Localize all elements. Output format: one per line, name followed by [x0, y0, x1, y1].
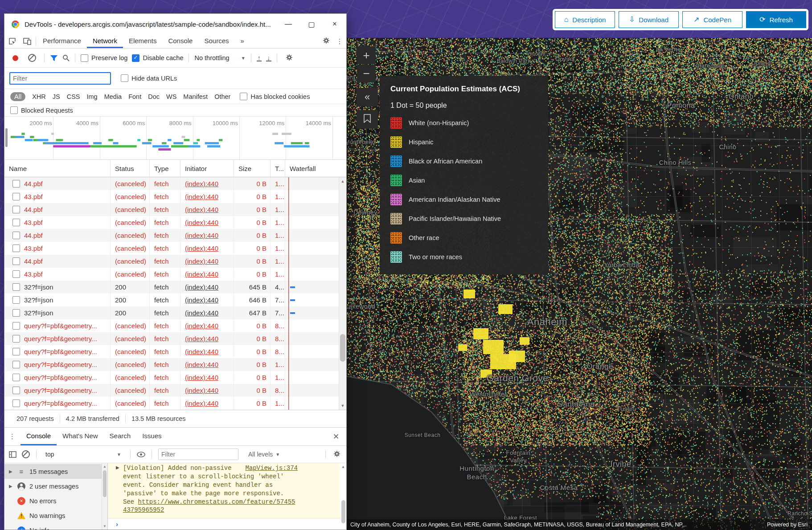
console-sidebar-scrollbar[interactable]: ▲ ▼ [102, 463, 107, 530]
request-checkbox[interactable] [12, 257, 20, 265]
request-initiator-link[interactable]: (index):440 [180, 268, 234, 281]
expander-triangle-icon[interactable]: ▶ [116, 465, 119, 470]
request-initiator-link[interactable]: (index):440 [180, 229, 234, 242]
requests-column-header[interactable]: Waterfall [285, 160, 339, 177]
drawer-close-icon[interactable]: ✕ [329, 428, 343, 445]
request-checkbox[interactable] [12, 387, 20, 394]
throttling-dropdown[interactable]: No throttling ▼ [194, 54, 245, 61]
live-expression-eye-icon[interactable] [137, 452, 145, 457]
scrollbar-up-icon[interactable]: ▲ [339, 179, 346, 183]
drawer-kebab-icon[interactable]: ⋮ [4, 428, 21, 445]
request-checkbox[interactable] [12, 270, 20, 278]
requests-column-header[interactable]: Size [234, 160, 271, 177]
zoom-in-button[interactable]: + [357, 46, 376, 64]
expander-triangle-icon[interactable]: ▶ [9, 469, 13, 474]
devtools-tab[interactable]: Performance [37, 34, 87, 48]
request-checkbox[interactable] [12, 374, 20, 381]
request-checkbox[interactable] [12, 348, 20, 355]
request-checkbox[interactable] [12, 296, 20, 304]
type-filter-pill[interactable]: Img [87, 93, 98, 100]
requests-column-header[interactable]: Type [150, 160, 180, 177]
blocked-requests-checkbox[interactable]: Blocked Requests [10, 106, 73, 114]
kebab-menu-icon[interactable]: ⋮ [333, 37, 346, 45]
devtools-tab[interactable]: Console [162, 34, 198, 48]
request-checkbox[interactable] [12, 206, 20, 213]
drawer-tab[interactable]: What's New [57, 428, 104, 445]
type-filter-pill[interactable]: WS [166, 93, 176, 100]
request-initiator-link[interactable]: (index):440 [180, 216, 234, 229]
type-filter-pill[interactable]: XHR [32, 93, 46, 100]
maximize-button[interactable]: ▢ [300, 20, 323, 29]
search-icon[interactable] [62, 54, 70, 61]
console-sidebar-item[interactable]: ▶ 2 user messages [4, 479, 107, 493]
console-prompt-caret[interactable]: › [108, 518, 346, 529]
export-har-icon[interactable]: ↓ [266, 55, 271, 61]
expander-triangle-icon[interactable]: ▶ [9, 484, 13, 489]
scrollbar-down-icon[interactable]: ▼ [339, 404, 346, 408]
network-settings-gear-icon[interactable] [283, 54, 296, 62]
request-initiator-link[interactable]: (index):440 [180, 358, 234, 371]
minimize-button[interactable]: — [277, 20, 300, 28]
filter-funnel-icon[interactable] [50, 55, 58, 61]
scrollbar-thumb[interactable] [103, 470, 107, 497]
map-view[interactable]: Alhambra Rosemead Vincent Baldwin Park C… [347, 38, 812, 530]
type-filter-pill[interactable]: Doc [148, 93, 160, 100]
import-har-icon[interactable]: ↑ [257, 55, 262, 61]
requests-column-header[interactable]: Status [111, 160, 150, 177]
request-checkbox[interactable] [12, 283, 20, 291]
hide-data-urls-checkbox[interactable]: Hide data URLs [121, 74, 177, 82]
request-checkbox[interactable] [12, 232, 20, 239]
request-initiator-link[interactable]: (index):440 [180, 177, 234, 190]
request-checkbox[interactable] [12, 180, 20, 188]
request-checkbox[interactable] [12, 309, 20, 317]
type-filter-pill[interactable]: Manifest [183, 93, 208, 100]
request-checkbox[interactable] [12, 335, 20, 342]
requests-column-header[interactable]: Name [4, 160, 111, 177]
devtools-tab[interactable]: Network [87, 34, 123, 48]
record-network-log-icon[interactable] [12, 55, 18, 61]
console-violation-message[interactable]: ▶ MapView.js:374[Violation] Added non-pa… [108, 463, 346, 518]
scrollbar-thumb[interactable] [340, 334, 345, 362]
violation-source-link[interactable]: MapView.js:374 [245, 464, 298, 473]
request-checkbox[interactable] [12, 400, 20, 407]
network-overview-timeline[interactable]: 2000 ms 4000 ms 6000 ms 8000 ms 10000 ms… [4, 117, 346, 160]
type-filter-pill[interactable]: JS [53, 93, 60, 100]
devtools-tab[interactable]: Sources [198, 34, 234, 48]
has-blocked-cookies-checkbox[interactable]: Has blocked cookies [240, 93, 310, 100]
request-checkbox[interactable] [12, 361, 20, 368]
log-levels-dropdown[interactable]: All levels ▼ [248, 451, 280, 458]
requests-column-header[interactable]: Initiator [180, 160, 234, 177]
bookmark-button[interactable] [357, 110, 378, 129]
request-initiator-link[interactable]: (index):440 [180, 255, 234, 268]
console-sidebar-item[interactable]: ▶ ! No warnings [4, 508, 107, 523]
scrollbar-thumb[interactable] [341, 500, 345, 523]
device-toolbar-icon[interactable] [20, 34, 35, 48]
network-filter-input[interactable] [9, 72, 111, 85]
more-tabs-button[interactable]: » [235, 34, 250, 48]
type-filter-pill[interactable]: All [10, 92, 25, 101]
clear-console-icon[interactable] [22, 450, 30, 458]
powered-by-esri[interactable]: Powered by Esri [767, 522, 808, 528]
request-initiator-link[interactable]: (index):440 [180, 190, 234, 203]
type-filter-pill[interactable]: Media [104, 93, 122, 100]
scrollbar-up-icon[interactable]: ▲ [102, 465, 107, 469]
scrollbar-down-icon[interactable]: ▼ [102, 524, 107, 528]
requests-column-header[interactable]: T... [271, 160, 285, 177]
header-button[interactable]: ⌂ Description [555, 11, 615, 28]
close-button[interactable]: × [323, 20, 346, 28]
console-sidebar-item[interactable]: ▶ ≡ 15 messages [4, 464, 107, 479]
type-filter-pill[interactable]: Other [214, 93, 230, 100]
settings-gear-icon[interactable] [320, 37, 333, 45]
request-checkbox[interactable] [12, 245, 20, 252]
legend-collapse-button[interactable]: « [357, 88, 378, 106]
request-checkbox[interactable] [12, 219, 20, 226]
console-sidebar-toggle-icon[interactable] [9, 451, 16, 458]
request-initiator-link[interactable]: (index):440 [180, 397, 234, 410]
console-sidebar-item[interactable]: ▶ i No info [4, 523, 107, 530]
type-filter-pill[interactable]: CSS [67, 93, 80, 100]
console-settings-gear-icon[interactable] [330, 450, 344, 459]
header-button[interactable]: ⟳ Refresh [746, 11, 806, 28]
request-initiator-link[interactable]: (index):440 [180, 281, 234, 294]
scrollbar-up-icon[interactable]: ▲ [340, 465, 346, 469]
console-context-dropdown[interactable]: top ▼ [43, 450, 124, 459]
